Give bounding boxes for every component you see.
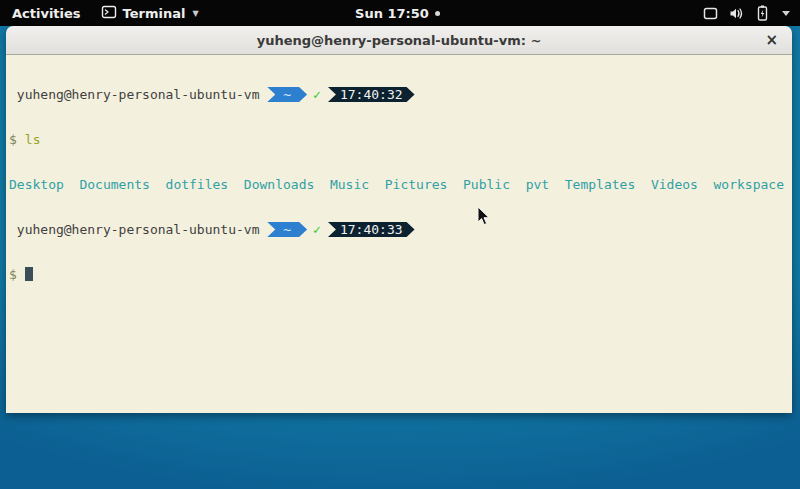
window-title: yuheng@henry-personal-ubuntu-vm: ~ <box>257 33 542 48</box>
notification-dot <box>435 11 440 16</box>
prompt-time: 17:40:32 <box>340 87 403 102</box>
prompt-symbol: $ <box>9 132 17 147</box>
activities-button[interactable]: Activities <box>0 0 93 26</box>
terminal-content[interactable]: yuheng@henry-personal-ubuntu-vm ~✓17:40:… <box>6 55 792 413</box>
terminal-app-icon <box>101 4 117 23</box>
directory-entry: Public <box>463 177 510 192</box>
directory-entry: Music <box>330 177 369 192</box>
top-bar: Activities Terminal ▼ Sun 17:50 <box>0 0 800 26</box>
system-status-area[interactable] <box>702 0 794 26</box>
ls-output-line: Desktop Documents dotfiles Downloads Mus… <box>9 177 792 192</box>
close-button[interactable]: × <box>765 26 778 54</box>
window-titlebar[interactable]: yuheng@henry-personal-ubuntu-vm: ~ × <box>6 26 792 55</box>
prompt-time: 17:40:33 <box>340 222 403 237</box>
battery-charging-icon <box>754 4 771 22</box>
directory-entry: Downloads <box>244 177 314 192</box>
directory-entry: dotfiles <box>166 177 229 192</box>
prompt-time-segment: 17:40:33 <box>328 222 415 237</box>
prompt-cwd-segment: ~ <box>267 222 307 237</box>
clock-label: Sun 17:50 <box>355 6 429 21</box>
prompt-cwd: ~ <box>283 87 291 102</box>
system-menu-chevron-icon <box>782 11 790 16</box>
chevron-down-icon: ▼ <box>192 9 198 18</box>
command-line: $ <box>9 267 792 282</box>
prompt-user: yuheng@henry-personal-ubuntu-vm <box>9 222 267 237</box>
app-menu-terminal[interactable]: Terminal ▼ <box>93 0 207 26</box>
clock-button[interactable]: Sun 17:50 <box>355 0 440 26</box>
directory-entry: Templates <box>565 177 635 192</box>
status-check-icon: ✓ <box>307 222 328 237</box>
terminal-window: yuheng@henry-personal-ubuntu-vm: ~ × yuh… <box>6 26 792 413</box>
screen-icon <box>702 5 719 22</box>
activities-label: Activities <box>12 6 81 21</box>
command-line: $ls <box>9 132 792 147</box>
prompt-line: yuheng@henry-personal-ubuntu-vm ~✓17:40:… <box>9 87 792 102</box>
directory-entry: Pictures <box>385 177 448 192</box>
directory-entry: Desktop <box>9 177 64 192</box>
prompt-line: yuheng@henry-personal-ubuntu-vm ~✓17:40:… <box>9 222 792 237</box>
prompt-symbol: $ <box>9 267 17 282</box>
prompt-user: yuheng@henry-personal-ubuntu-vm <box>9 87 267 102</box>
directory-entry: Videos <box>651 177 698 192</box>
directory-entry: workspace <box>714 177 784 192</box>
app-menu-label: Terminal <box>123 6 186 21</box>
prompt-cwd-segment: ~ <box>267 87 307 102</box>
typed-command: ls <box>25 132 41 147</box>
prompt-time-segment: 17:40:32 <box>328 87 415 102</box>
volume-icon <box>728 5 745 22</box>
directory-entry: pvt <box>526 177 549 192</box>
terminal-block-cursor <box>25 267 33 281</box>
directory-entry: Documents <box>79 177 149 192</box>
prompt-cwd: ~ <box>283 222 291 237</box>
mouse-cursor <box>477 206 491 231</box>
status-check-icon: ✓ <box>307 87 328 102</box>
